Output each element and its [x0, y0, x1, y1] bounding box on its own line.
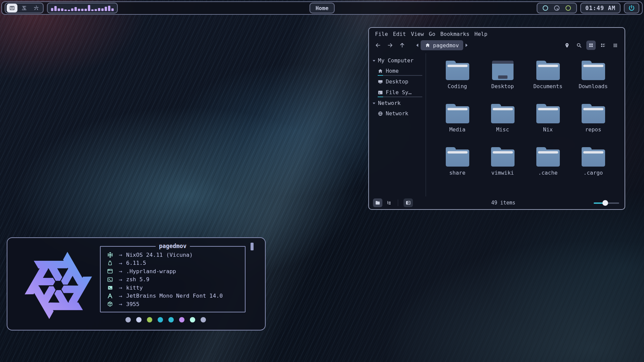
folder-icon	[446, 61, 469, 80]
arrow-glyph: →	[115, 268, 126, 275]
folder-item[interactable]: Documents	[528, 61, 568, 89]
folder-name: Desktop	[491, 83, 514, 89]
arrow-right-icon	[387, 42, 393, 49]
desktop-icon	[378, 79, 383, 84]
shell-icon	[105, 277, 115, 283]
slider-knob[interactable]	[602, 200, 608, 206]
folder-icon	[446, 147, 469, 167]
palette-dot	[201, 317, 206, 322]
cjk-six-glyph-icon	[33, 5, 39, 11]
workspace-switcher	[5, 3, 44, 13]
workspace-5[interactable]	[19, 4, 30, 12]
sidebar-item-home[interactable]: Home	[369, 66, 426, 76]
folder-name: Downloads	[579, 83, 608, 89]
sidebar-section-network[interactable]: Network	[369, 98, 426, 108]
icon-view-button[interactable]	[586, 41, 596, 50]
up-button[interactable]	[398, 41, 407, 50]
sidebar-item-label: Network	[386, 110, 408, 117]
font-icon	[105, 293, 115, 299]
back-button[interactable]	[374, 41, 382, 50]
toggle-sidebar-button[interactable]	[404, 198, 413, 207]
sidebar: My Computer Home Desktop File Sy… Networ…	[369, 53, 426, 196]
folder-item[interactable]: Desktop	[483, 61, 523, 89]
active-window-title[interactable]: Home	[310, 3, 335, 13]
tab-scroll-left-button[interactable]	[415, 41, 420, 49]
power-button[interactable]	[624, 3, 639, 13]
notched-circle-indicator-icon[interactable]	[553, 5, 560, 11]
current-location-tab[interactable]: pagedmov	[421, 40, 463, 50]
path-bar: pagedmov	[415, 40, 469, 50]
folder-item[interactable]: .cargo	[573, 147, 613, 176]
tree-pane-button[interactable]	[384, 198, 394, 207]
folder-name: Coding	[448, 83, 467, 89]
nix-snowflake-icon	[105, 252, 115, 258]
sidebar-item-network[interactable]: Network	[369, 108, 426, 119]
terminal-scrollbar[interactable]	[251, 243, 254, 250]
folder-icon	[582, 61, 605, 80]
terminal-window: pagedmov → NixOS 24.11 (Vicuna) → 6.11.5…	[7, 237, 266, 330]
arrow-glyph: →	[115, 260, 126, 266]
section-label: My Computer	[378, 57, 414, 64]
folder-icon	[491, 147, 515, 167]
menu-help[interactable]: Help	[475, 31, 488, 37]
menu-file[interactable]: File	[375, 31, 388, 37]
workspace-6[interactable]	[31, 4, 42, 12]
folder-item[interactable]: repos	[573, 104, 613, 133]
nixos-logo	[19, 247, 97, 324]
menu-bookmarks[interactable]: Bookmarks	[440, 31, 470, 37]
fastfetch-box: pagedmov → NixOS 24.11 (Vicuna) → 6.11.5…	[100, 246, 246, 312]
terminal-icon	[105, 285, 115, 291]
cyan-circle-indicator-icon[interactable]	[542, 5, 549, 11]
file-manager-window: File Edit View Go Bookmarks Help pagedmo…	[368, 27, 625, 210]
palette-dot	[158, 317, 163, 322]
tab-scroll-right-button[interactable]	[464, 41, 469, 49]
kernel-value: 6.11.5	[126, 260, 146, 266]
arrow-glyph: →	[115, 276, 126, 283]
folder-icon	[491, 104, 515, 123]
folder-name: .cargo	[584, 170, 603, 176]
workspace-4[interactable]	[7, 4, 17, 12]
compact-view-button[interactable]	[610, 41, 620, 50]
menu-go[interactable]: Go	[429, 31, 435, 37]
menu-bar: File Edit View Go Bookmarks Help	[369, 28, 625, 39]
green-circle-indicator-icon[interactable]	[565, 5, 572, 11]
palette-dot	[136, 317, 142, 322]
folder-icon	[582, 147, 605, 167]
fetch-line-kernel: → 6.11.5	[105, 259, 245, 267]
network-globe-icon	[378, 111, 383, 116]
search-button[interactable]	[574, 41, 584, 50]
sidebar-item-label: Home	[386, 68, 399, 74]
tree-icon	[386, 200, 392, 205]
folder-item[interactable]: .cache	[528, 147, 568, 176]
chevron-left-icon	[416, 43, 419, 47]
clock: 01:49 AM	[580, 3, 621, 13]
folder-item[interactable]: Nix	[528, 104, 568, 133]
fastfetch-hostname: pagedmov	[156, 243, 190, 249]
list-view-button[interactable]	[598, 41, 608, 50]
folder-item[interactable]: Media	[437, 104, 478, 133]
packages-value: 3955	[126, 301, 140, 307]
location-pin-button[interactable]	[562, 41, 572, 50]
menu-view[interactable]: View	[411, 31, 424, 37]
folder-item[interactable]: share	[437, 147, 478, 176]
sidebar-item-filesystem[interactable]: File Sy…	[369, 87, 426, 98]
item-count: 49 items	[415, 200, 592, 206]
top-bar: Home 01:49 AM	[1, 1, 643, 15]
folder-mini-icon	[375, 200, 380, 205]
palette-dot	[168, 317, 174, 322]
sidebar-section-my-computer[interactable]: My Computer	[369, 55, 426, 66]
folder-item[interactable]: Misc	[483, 104, 523, 133]
toolbar: pagedmov	[369, 39, 625, 53]
folder-item[interactable]: Downloads	[573, 61, 613, 89]
terminal-color-palette	[93, 317, 238, 322]
menu-edit[interactable]: Edit	[393, 31, 406, 37]
sidebar-item-desktop[interactable]: Desktop	[369, 76, 426, 87]
section-label: Network	[378, 100, 400, 106]
folder-item[interactable]: Coding	[437, 61, 478, 89]
places-pane-button[interactable]	[373, 198, 382, 207]
folder-item[interactable]: vimwiki	[483, 147, 523, 176]
zoom-slider[interactable]	[594, 200, 619, 206]
home-icon	[425, 43, 430, 48]
forward-button[interactable]	[386, 41, 394, 50]
arrow-glyph: →	[115, 284, 126, 291]
